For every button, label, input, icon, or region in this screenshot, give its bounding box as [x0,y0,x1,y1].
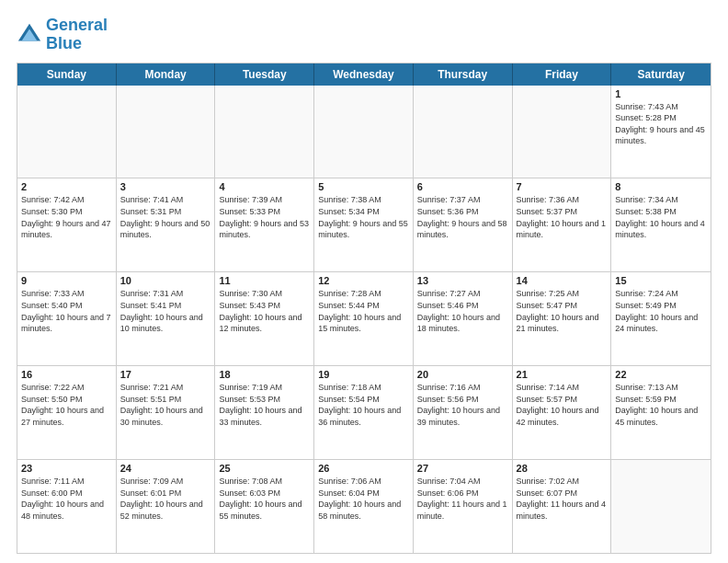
cal-cell: 9Sunrise: 7:33 AM Sunset: 5:40 PM Daylig… [17,272,117,365]
cal-cell: 5Sunrise: 7:38 AM Sunset: 5:34 PM Daylig… [314,178,414,271]
header-saturday: Saturday [611,63,711,86]
calendar-body: 1Sunrise: 7:43 AM Sunset: 5:28 PM Daylig… [17,86,711,553]
day-info: Sunrise: 7:36 AM Sunset: 5:37 PM Dayligh… [517,194,608,240]
cal-cell: 25Sunrise: 7:08 AM Sunset: 6:03 PM Dayli… [215,460,314,553]
day-info: Sunrise: 7:31 AM Sunset: 5:41 PM Dayligh… [120,288,211,334]
header-wednesday: Wednesday [314,63,414,86]
week-row-3: 16Sunrise: 7:22 AM Sunset: 5:50 PM Dayli… [17,366,711,460]
day-number: 2 [21,181,112,192]
day-number: 27 [417,463,508,474]
cal-cell [117,86,216,178]
day-number: 10 [120,275,211,286]
cal-cell: 19Sunrise: 7:18 AM Sunset: 5:54 PM Dayli… [314,366,414,459]
day-number: 1 [615,88,707,99]
day-info: Sunrise: 7:06 AM Sunset: 6:04 PM Dayligh… [318,476,409,522]
day-number: 7 [517,181,608,192]
calendar-header-row: Sunday Monday Tuesday Wednesday Thursday… [17,63,711,86]
day-info: Sunrise: 7:25 AM Sunset: 5:47 PM Dayligh… [517,288,608,334]
day-info: Sunrise: 7:30 AM Sunset: 5:43 PM Dayligh… [219,288,310,334]
cal-cell: 11Sunrise: 7:30 AM Sunset: 5:43 PM Dayli… [215,272,314,365]
day-number: 13 [417,275,508,286]
logo-icon [17,22,42,48]
day-number: 16 [21,369,112,380]
day-info: Sunrise: 7:33 AM Sunset: 5:40 PM Dayligh… [21,288,112,334]
cal-cell: 26Sunrise: 7:06 AM Sunset: 6:04 PM Dayli… [314,460,414,553]
cal-cell: 22Sunrise: 7:13 AM Sunset: 5:59 PM Dayli… [611,366,711,459]
day-number: 21 [517,369,608,380]
day-number: 20 [417,369,508,380]
day-info: Sunrise: 7:16 AM Sunset: 5:56 PM Dayligh… [417,382,508,428]
day-number: 24 [120,463,211,474]
day-info: Sunrise: 7:09 AM Sunset: 6:01 PM Dayligh… [120,476,211,522]
cal-cell [611,460,711,553]
day-number: 9 [21,275,112,286]
header-tuesday: Tuesday [215,63,314,86]
cal-cell: 7Sunrise: 7:36 AM Sunset: 5:37 PM Daylig… [513,178,612,271]
cal-cell: 17Sunrise: 7:21 AM Sunset: 5:51 PM Dayli… [117,366,216,459]
day-info: Sunrise: 7:02 AM Sunset: 6:07 PM Dayligh… [517,476,608,522]
header-thursday: Thursday [414,63,513,86]
cal-cell: 20Sunrise: 7:16 AM Sunset: 5:56 PM Dayli… [414,366,513,459]
day-number: 22 [615,369,707,380]
cal-cell: 8Sunrise: 7:34 AM Sunset: 5:38 PM Daylig… [611,178,711,271]
day-number: 25 [219,463,310,474]
logo-text: General Blue [46,17,108,53]
day-number: 5 [318,181,409,192]
cal-cell: 27Sunrise: 7:04 AM Sunset: 6:06 PM Dayli… [414,460,513,553]
day-number: 14 [517,275,608,286]
header-monday: Monday [117,63,216,86]
day-info: Sunrise: 7:34 AM Sunset: 5:38 PM Dayligh… [615,194,707,240]
day-info: Sunrise: 7:04 AM Sunset: 6:06 PM Dayligh… [417,476,508,522]
day-info: Sunrise: 7:38 AM Sunset: 5:34 PM Dayligh… [318,194,409,240]
cal-cell: 3Sunrise: 7:41 AM Sunset: 5:31 PM Daylig… [117,178,216,271]
day-info: Sunrise: 7:22 AM Sunset: 5:50 PM Dayligh… [21,382,112,428]
header-friday: Friday [513,63,612,86]
day-number: 26 [318,463,409,474]
day-number: 12 [318,275,409,286]
day-info: Sunrise: 7:11 AM Sunset: 6:00 PM Dayligh… [21,476,112,522]
header: General Blue [17,17,711,53]
cal-cell [215,86,314,178]
day-info: Sunrise: 7:08 AM Sunset: 6:03 PM Dayligh… [219,476,310,522]
cal-cell: 1Sunrise: 7:43 AM Sunset: 5:28 PM Daylig… [611,86,711,178]
day-number: 23 [21,463,112,474]
day-info: Sunrise: 7:28 AM Sunset: 5:44 PM Dayligh… [318,288,409,334]
day-number: 3 [120,181,211,192]
cal-cell [314,86,414,178]
day-info: Sunrise: 7:42 AM Sunset: 5:30 PM Dayligh… [21,194,112,240]
week-row-2: 9Sunrise: 7:33 AM Sunset: 5:40 PM Daylig… [17,272,711,366]
cal-cell [17,86,117,178]
day-number: 11 [219,275,310,286]
cal-cell: 12Sunrise: 7:28 AM Sunset: 5:44 PM Dayli… [314,272,414,365]
cal-cell [414,86,513,178]
cal-cell: 15Sunrise: 7:24 AM Sunset: 5:49 PM Dayli… [611,272,711,365]
day-number: 18 [219,369,310,380]
day-number: 15 [615,275,707,286]
day-info: Sunrise: 7:18 AM Sunset: 5:54 PM Dayligh… [318,382,409,428]
day-info: Sunrise: 7:13 AM Sunset: 5:59 PM Dayligh… [615,382,707,428]
cal-cell: 14Sunrise: 7:25 AM Sunset: 5:47 PM Dayli… [513,272,612,365]
cal-cell: 13Sunrise: 7:27 AM Sunset: 5:46 PM Dayli… [414,272,513,365]
day-info: Sunrise: 7:19 AM Sunset: 5:53 PM Dayligh… [219,382,310,428]
day-info: Sunrise: 7:14 AM Sunset: 5:57 PM Dayligh… [517,382,608,428]
header-sunday: Sunday [17,63,117,86]
cal-cell: 6Sunrise: 7:37 AM Sunset: 5:36 PM Daylig… [414,178,513,271]
day-info: Sunrise: 7:39 AM Sunset: 5:33 PM Dayligh… [219,194,310,240]
cal-cell [513,86,612,178]
day-info: Sunrise: 7:21 AM Sunset: 5:51 PM Dayligh… [120,382,211,428]
cal-cell: 16Sunrise: 7:22 AM Sunset: 5:50 PM Dayli… [17,366,117,459]
day-info: Sunrise: 7:41 AM Sunset: 5:31 PM Dayligh… [120,194,211,240]
day-info: Sunrise: 7:27 AM Sunset: 5:46 PM Dayligh… [417,288,508,334]
week-row-4: 23Sunrise: 7:11 AM Sunset: 6:00 PM Dayli… [17,460,711,553]
calendar: Sunday Monday Tuesday Wednesday Thursday… [17,63,711,554]
cal-cell: 2Sunrise: 7:42 AM Sunset: 5:30 PM Daylig… [17,178,117,271]
cal-cell: 10Sunrise: 7:31 AM Sunset: 5:41 PM Dayli… [117,272,216,365]
day-number: 4 [219,181,310,192]
day-number: 17 [120,369,211,380]
cal-cell: 4Sunrise: 7:39 AM Sunset: 5:33 PM Daylig… [215,178,314,271]
day-info: Sunrise: 7:24 AM Sunset: 5:49 PM Dayligh… [615,288,707,334]
cal-cell: 24Sunrise: 7:09 AM Sunset: 6:01 PM Dayli… [117,460,216,553]
cal-cell: 21Sunrise: 7:14 AM Sunset: 5:57 PM Dayli… [513,366,612,459]
logo: General Blue [17,17,108,53]
day-number: 28 [517,463,608,474]
